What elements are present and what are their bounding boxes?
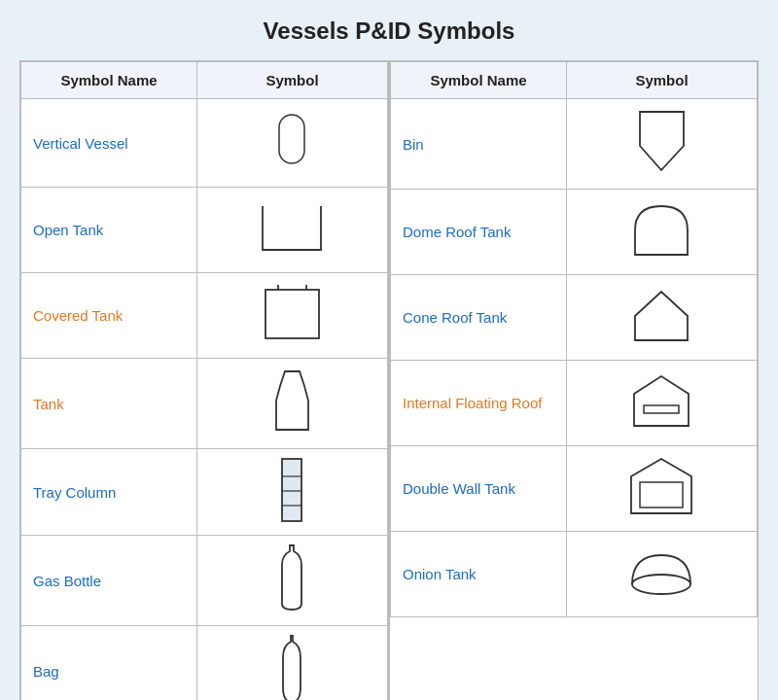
table-row: Dome Roof Tank [391,190,758,275]
symbol-name: Tray Column [21,449,197,536]
svg-marker-9 [640,112,684,170]
svg-rect-14 [640,482,683,508]
table-row: Open Tank [21,188,388,273]
symbol-cell [566,446,757,532]
symbol-cell [196,99,387,188]
symbol-name: Bag [21,626,197,701]
symbol-cell [566,361,757,446]
symbol-name: Open Tank [21,188,197,273]
symbol-name: Onion Tank [391,532,567,617]
symbol-cell [196,359,387,449]
symbol-name: Covered Tank [21,273,197,359]
table-row: Onion Tank [391,532,758,617]
symbol-cell [196,273,387,359]
svg-rect-1 [265,290,319,338]
table-row: Bag [21,626,388,701]
table-row: Gas Bottle [21,536,388,626]
right-table-section: Symbol Name Symbol Bin D [390,61,758,700]
symbol-name: Gas Bottle [21,536,197,626]
left-col-name-header: Symbol Name [21,62,197,99]
symbol-cell [196,188,387,273]
symbol-cell [196,449,387,536]
symbol-name: Cone Roof Tank [391,275,567,361]
svg-marker-11 [634,376,689,426]
svg-point-15 [632,575,690,594]
page-title: Vessels P&ID Symbols [264,18,515,45]
left-table-section: Symbol Name Symbol Vertical Vessel Open [20,61,390,700]
symbol-cell [566,532,757,617]
left-col-symbol-header: Symbol [196,62,387,99]
table-row: Tray Column [21,449,388,536]
table-row: Double Wall Tank [391,446,758,532]
symbol-name: Internal Floating Roof [391,361,567,446]
symbol-name: Tank [21,359,197,449]
table-row: Internal Floating Roof [391,361,758,446]
svg-rect-12 [644,405,679,413]
symbol-cell [196,536,387,626]
table-row: Covered Tank [21,273,388,359]
symbol-cell [566,99,757,190]
table-row: Tank [21,359,388,449]
table-row: Vertical Vessel [21,99,388,188]
svg-rect-4 [282,459,301,521]
right-col-symbol-header: Symbol [566,62,757,99]
symbol-name: Vertical Vessel [21,99,197,188]
symbol-cell [566,275,757,361]
table-row: Bin [391,99,758,190]
symbol-name: Dome Roof Tank [391,190,567,275]
symbol-name: Double Wall Tank [391,446,567,532]
svg-rect-0 [279,115,304,163]
right-col-name-header: Symbol Name [391,62,567,99]
symbol-cell [566,190,757,275]
table-row: Cone Roof Tank [391,275,758,361]
svg-marker-10 [635,292,688,340]
tables-wrapper: Symbol Name Symbol Vertical Vessel Open [19,60,759,700]
symbol-name: Bin [391,99,567,190]
symbol-cell [196,626,387,701]
